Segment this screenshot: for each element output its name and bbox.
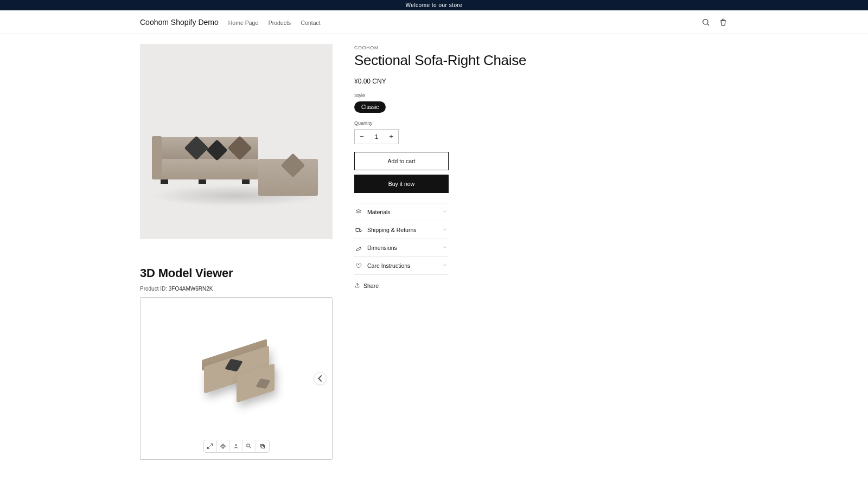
chevron-down-icon xyxy=(442,262,448,269)
chevron-down-icon xyxy=(442,227,448,233)
model-3d-render xyxy=(193,340,280,410)
materials-icon xyxy=(355,209,363,215)
brand-logo[interactable]: Coohom Shopify Demo xyxy=(140,18,219,27)
svg-rect-10 xyxy=(356,247,361,251)
accordion-dimensions-label: Dimensions xyxy=(367,245,397,251)
shipping-icon xyxy=(355,227,363,233)
chevron-down-icon xyxy=(442,245,448,251)
site-header: Coohom Shopify Demo Home Page Products C… xyxy=(0,11,868,34)
ruler-icon xyxy=(355,245,363,251)
product-accordion: Materials Shipping & Returns Dimensions … xyxy=(354,203,449,275)
announcement-bar: Welcome to our store xyxy=(0,0,868,10)
svg-point-9 xyxy=(360,231,361,232)
nav-home[interactable]: Home Page xyxy=(228,20,258,26)
heart-icon xyxy=(355,262,363,269)
left-column: 3D Model Viewer Product ID: 3FO4AMW6RN2K xyxy=(140,44,333,460)
share-button[interactable]: Share xyxy=(354,282,379,289)
nav-products[interactable]: Products xyxy=(269,20,291,26)
product-page: 3D Model Viewer Product ID: 3FO4AMW6RN2K xyxy=(136,34,732,488)
accordion-care-label: Care Instructions xyxy=(367,262,410,269)
vendor-label: COOHOM xyxy=(354,45,728,50)
viewer-prev-button[interactable] xyxy=(314,372,327,385)
product-id-value: 3FO4AMW6RN2K xyxy=(169,286,213,292)
qty-increase-button[interactable]: + xyxy=(384,130,398,144)
qty-input[interactable] xyxy=(369,130,384,144)
layers-icon[interactable] xyxy=(256,440,269,452)
qty-decrease-button[interactable]: − xyxy=(355,130,369,144)
share-label: Share xyxy=(363,282,379,289)
nav-contact[interactable]: Contact xyxy=(301,20,321,26)
svg-point-3 xyxy=(222,444,224,449)
product-info: COOHOM Sectional Sofa-Right Chaise ¥0.00… xyxy=(354,44,728,291)
share-icon xyxy=(354,282,360,288)
style-option-classic[interactable]: Classic xyxy=(354,101,386,113)
buy-now-button[interactable]: Buy it now xyxy=(354,175,449,193)
add-to-cart-button[interactable]: Add to cart xyxy=(354,152,449,170)
product-id-line: Product ID: 3FO4AMW6RN2K xyxy=(140,286,333,292)
cart-icon[interactable] xyxy=(718,17,728,27)
svg-point-0 xyxy=(703,20,708,24)
chevron-down-icon xyxy=(442,209,448,215)
viewer-toolbar xyxy=(203,440,270,453)
svg-point-2 xyxy=(221,445,226,447)
accordion-dimensions[interactable]: Dimensions xyxy=(354,239,449,257)
product-image xyxy=(155,109,318,196)
svg-point-4 xyxy=(235,445,237,446)
accordion-materials-label: Materials xyxy=(367,209,391,215)
accordion-shipping[interactable]: Shipping & Returns xyxy=(354,221,449,239)
accordion-shipping-label: Shipping & Returns xyxy=(367,227,416,233)
product-price: ¥0.00 CNY xyxy=(354,78,728,85)
product-gallery[interactable] xyxy=(140,44,333,239)
accordion-materials[interactable]: Materials xyxy=(354,203,449,221)
search-icon[interactable] xyxy=(701,17,711,27)
accordion-care[interactable]: Care Instructions xyxy=(354,257,449,275)
viewer-heading: 3D Model Viewer xyxy=(140,266,333,280)
quantity-label: Quantity xyxy=(354,120,728,126)
announcement-text: Welcome to our store xyxy=(406,2,463,8)
svg-point-8 xyxy=(357,231,358,232)
dimensions-icon[interactable] xyxy=(243,440,256,452)
quantity-stepper: − + xyxy=(354,129,399,144)
svg-line-1 xyxy=(707,24,709,25)
expand-icon[interactable] xyxy=(204,440,217,452)
main-nav: Home Page Products Contact xyxy=(228,17,328,27)
product-title: Sectional Sofa-Right Chaise xyxy=(354,53,728,69)
style-label: Style xyxy=(354,93,728,98)
svg-rect-7 xyxy=(356,228,360,231)
user-view-icon[interactable] xyxy=(230,440,243,452)
rotate-icon[interactable] xyxy=(217,440,230,452)
product-id-label: Product ID: xyxy=(140,286,167,292)
model-viewer[interactable] xyxy=(140,297,333,460)
